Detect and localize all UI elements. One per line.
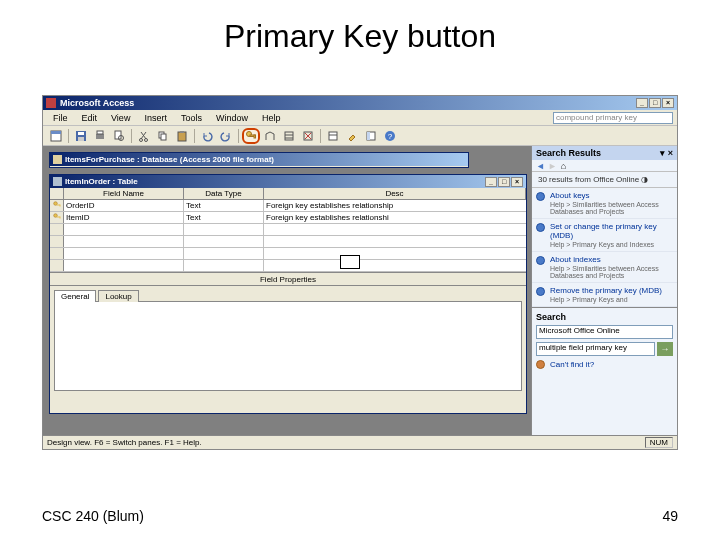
paste-button[interactable]	[173, 128, 191, 144]
result-item[interactable]: About keys Help > Similarities between A…	[532, 188, 677, 219]
menu-file[interactable]: File	[47, 113, 74, 123]
app-titlebar: Microsoft Access _ □ ×	[43, 96, 677, 110]
design-row[interactable]	[50, 236, 526, 248]
office-online-icon: ◑	[641, 175, 648, 184]
task-pane-close-icon[interactable]: ▾ ×	[660, 148, 673, 158]
description-cell[interactable]: Foreign key establishes relationship	[264, 200, 526, 211]
mdi-workspace: ItemsForPurchase : Database (Access 2000…	[43, 146, 531, 435]
table-icon	[53, 177, 62, 186]
col-description[interactable]: Desc	[264, 188, 526, 199]
child-minimize-button[interactable]: _	[485, 177, 497, 187]
menu-help[interactable]: Help	[256, 113, 287, 123]
data-type-cell[interactable]: Text	[184, 200, 264, 211]
field-properties-pane: General Lookup	[50, 286, 526, 395]
svg-rect-12	[161, 134, 166, 140]
row-selector[interactable]	[50, 200, 64, 211]
design-row[interactable]	[50, 248, 526, 260]
svg-rect-13	[178, 132, 186, 141]
result-item[interactable]: Remove the primary key (MDB) Help > Prim…	[532, 283, 677, 307]
child-maximize-button[interactable]: □	[498, 177, 510, 187]
svg-point-10	[145, 138, 148, 141]
field-properties-splitter[interactable]: Field Properties	[50, 272, 526, 286]
result-item[interactable]: About indexes Help > Similarities betwee…	[532, 252, 677, 283]
undo-button[interactable]	[198, 128, 216, 144]
database-window-button[interactable]	[362, 128, 380, 144]
design-grid[interactable]: Field Name Data Type Desc OrderID Text F…	[50, 188, 526, 272]
primary-key-button[interactable]	[242, 128, 260, 144]
svg-rect-30	[59, 216, 60, 218]
search-go-button[interactable]: →	[657, 342, 673, 356]
svg-rect-22	[367, 132, 370, 140]
search-input[interactable]: multiple field primary key	[536, 342, 655, 356]
home-icon[interactable]: ⌂	[561, 161, 566, 171]
row-selector[interactable]	[50, 212, 64, 223]
cursor-indicator	[340, 255, 360, 269]
tab-lookup[interactable]: Lookup	[98, 290, 138, 302]
design-row[interactable]	[50, 260, 526, 272]
help-button[interactable]: ?	[381, 128, 399, 144]
database-icon	[53, 155, 62, 164]
description-cell[interactable]: Foreign key establishes relationshi	[264, 212, 526, 223]
table-window-title: ItemInOrder : Table	[65, 177, 138, 186]
indexes-button[interactable]	[261, 128, 279, 144]
result-item[interactable]: Set or change the primary key (MDB) Help…	[532, 219, 677, 252]
save-button[interactable]	[72, 128, 90, 144]
menu-view[interactable]: View	[105, 113, 136, 123]
svg-rect-7	[115, 131, 121, 139]
view-button[interactable]	[47, 128, 65, 144]
field-name-cell[interactable]: OrderID	[64, 200, 184, 211]
help-topic-icon	[536, 223, 545, 232]
field-name-cell[interactable]: ItemID	[64, 212, 184, 223]
design-row[interactable]	[50, 224, 526, 236]
statusbar: Design view. F6 = Switch panes. F1 = Hel…	[43, 435, 677, 449]
search-label: Search	[536, 312, 673, 322]
print-button[interactable]	[91, 128, 109, 144]
slide-title: Primary Key button	[0, 0, 720, 65]
col-data-type[interactable]: Data Type	[184, 188, 264, 199]
results-source: 30 results from Office Online ◑	[532, 172, 677, 188]
tab-general[interactable]: General	[54, 290, 96, 302]
nav-forward-icon[interactable]: ►	[548, 161, 557, 171]
help-search-box[interactable]: compound primary key	[553, 112, 673, 124]
design-row[interactable]: ItemID Text Foreign key establishes rela…	[50, 212, 526, 224]
cant-find-link[interactable]: Can't find it?	[536, 360, 673, 369]
child-close-button[interactable]: ×	[511, 177, 523, 187]
table-design-window[interactable]: ItemInOrder : Table _ □ × Field Name Dat…	[49, 174, 527, 414]
minimize-button[interactable]: _	[636, 98, 648, 108]
nav-back-icon[interactable]: ◄	[536, 161, 545, 171]
svg-rect-4	[78, 137, 84, 141]
menu-tools[interactable]: Tools	[175, 113, 208, 123]
help-topic-icon	[536, 192, 545, 201]
properties-grid[interactable]	[54, 301, 522, 391]
help-topic-icon	[536, 287, 545, 296]
build-button[interactable]	[343, 128, 361, 144]
svg-text:?: ?	[388, 132, 393, 141]
design-row[interactable]: OrderID Text Foreign key establishes rel…	[50, 200, 526, 212]
redo-button[interactable]	[217, 128, 235, 144]
search-scope-dropdown[interactable]: Microsoft Office Online	[536, 325, 673, 339]
copy-button[interactable]	[154, 128, 172, 144]
menu-insert[interactable]: Insert	[138, 113, 173, 123]
svg-rect-18	[285, 132, 293, 140]
maximize-button[interactable]: □	[649, 98, 661, 108]
menu-edit[interactable]: Edit	[76, 113, 104, 123]
database-window[interactable]: ItemsForPurchase : Database (Access 2000…	[49, 152, 469, 168]
task-pane-title: Search Results	[536, 148, 601, 158]
col-field-name[interactable]: Field Name	[64, 188, 184, 199]
close-button[interactable]: ×	[662, 98, 674, 108]
delete-rows-button[interactable]	[299, 128, 317, 144]
properties-button[interactable]	[324, 128, 342, 144]
svg-rect-27	[59, 204, 60, 206]
search-results-pane: Search Results ▾ × ◄ ► ⌂ 30 results from…	[531, 146, 677, 435]
cut-button[interactable]	[135, 128, 153, 144]
status-num: NUM	[645, 437, 673, 448]
insert-rows-button[interactable]	[280, 128, 298, 144]
slide-page-number: 49	[662, 508, 678, 524]
svg-rect-5	[96, 134, 104, 139]
data-type-cell[interactable]: Text	[184, 212, 264, 223]
app-title: Microsoft Access	[60, 98, 134, 108]
svg-rect-17	[254, 135, 256, 138]
menu-window[interactable]: Window	[210, 113, 254, 123]
menubar: File Edit View Insert Tools Window Help …	[43, 110, 677, 126]
print-preview-button[interactable]	[110, 128, 128, 144]
